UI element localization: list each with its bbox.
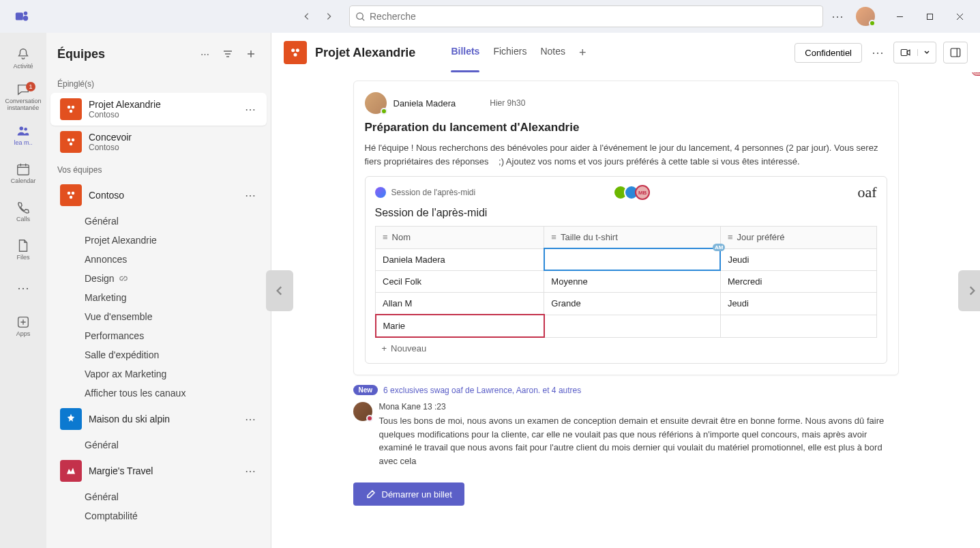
team-ski[interactable]: Maison du ski alpin ⋯: [50, 403, 267, 435]
sidebar-more-button[interactable]: ⋯: [196, 45, 213, 63]
team-name: Projet Alexandrie: [89, 99, 237, 110]
channel-item[interactable]: Général: [46, 435, 271, 455]
channel-item[interactable]: Marketing: [46, 288, 271, 307]
nav-back-button[interactable]: [297, 7, 316, 26]
tab-notes[interactable]: Notes: [540, 33, 565, 72]
add-row-button[interactable]: +Nouveau: [375, 338, 877, 359]
channel-label: Design: [85, 273, 115, 284]
post-author-avatar[interactable]: [365, 92, 387, 114]
rail-calendar[interactable]: Calendar: [3, 156, 44, 191]
col-size[interactable]: ≡Taille du t-shirt: [544, 227, 721, 249]
reply-author-avatar[interactable]: [353, 402, 372, 421]
signup-table: ≡Nom ≡Taille du t-shirt ≡Jour préféré Da…: [375, 226, 877, 338]
rail-label: lea m..: [14, 140, 32, 147]
svg-point-3: [357, 12, 363, 18]
rail-chat[interactable]: 1 Conversation instantanée: [3, 79, 44, 115]
rail-calls[interactable]: Calls: [3, 194, 44, 229]
sidebar-filter-button[interactable]: [219, 45, 237, 63]
team-more-button[interactable]: ⋯: [243, 463, 257, 479]
titlebar-more-button[interactable]: ⋯: [829, 6, 846, 27]
team-name: Contoso: [89, 190, 237, 201]
post-author: Daniela Madera: [394, 98, 456, 109]
rail-label: Files: [16, 255, 29, 261]
cell[interactable]: Cecil Folk: [376, 270, 544, 293]
channel-item[interactable]: Performances: [46, 326, 271, 345]
meet-dropdown[interactable]: [917, 49, 936, 56]
replies-summary[interactable]: New 6 exclusives swag oaf de Lawrence, A…: [353, 385, 899, 395]
channel-item[interactable]: Vapor ax Marketing: [46, 364, 271, 384]
tab-add-button[interactable]: +: [579, 33, 586, 72]
cell-editing[interactable]: Marie: [376, 315, 544, 337]
svg-rect-7: [18, 165, 29, 175]
start-post-button[interactable]: Démarrer un billet: [353, 482, 464, 506]
app-logo-icon: [11, 5, 33, 27]
panel-toggle-button[interactable]: [943, 42, 968, 63]
window-minimize-button[interactable]: [885, 5, 915, 27]
svg-point-10: [72, 106, 75, 109]
meet-button-group: [893, 42, 936, 63]
meet-button[interactable]: [894, 46, 917, 59]
svg-point-19: [296, 48, 299, 52]
sidebar-add-button[interactable]: [242, 45, 260, 63]
window-maximize-button[interactable]: [915, 5, 945, 27]
cell-value: Grande: [551, 298, 580, 308]
window-close-button[interactable]: [945, 5, 975, 27]
svg-point-11: [70, 110, 73, 113]
cell[interactable]: [544, 315, 721, 337]
section-yours-label: Vos équipes: [46, 158, 271, 179]
channel-item[interactable]: Général: [46, 212, 271, 231]
channel-item[interactable]: Salle d'expédition: [46, 345, 271, 364]
reply-text: Tous les bons de moi, nous avons un exam…: [379, 414, 899, 467]
cell[interactable]: [720, 315, 876, 337]
channel-item[interactable]: Design: [46, 269, 271, 288]
collaborator-avatars: MB: [617, 185, 650, 200]
channel-item[interactable]: Annonces: [46, 250, 271, 269]
cell[interactable]: Moyenne: [544, 270, 721, 293]
tab-posts[interactable]: Billets: [451, 33, 479, 72]
cell[interactable]: Mercredi: [720, 270, 876, 293]
cell[interactable]: Allan M: [376, 293, 544, 315]
team-more-button[interactable]: ⋯: [243, 188, 257, 203]
tab-files[interactable]: Fichiers: [493, 33, 526, 72]
cell-selected[interactable]: AM: [544, 248, 721, 270]
team-more-button[interactable]: ⋯: [243, 412, 257, 427]
cell[interactable]: Jeudi: [720, 293, 876, 315]
rail-label: Calendar: [11, 178, 36, 185]
team-name: Concevoir: [89, 132, 257, 143]
channel-item[interactable]: Général: [46, 487, 271, 506]
nav-forward-button[interactable]: [319, 7, 338, 26]
rail-more[interactable]: ⋯: [3, 270, 44, 306]
video-icon: [900, 46, 912, 59]
channel-avatar-icon: [284, 41, 307, 64]
col-day[interactable]: ≡Jour préféré: [720, 227, 876, 249]
user-avatar[interactable]: [856, 7, 875, 26]
cell[interactable]: Daniela Madera: [376, 248, 544, 270]
confidential-button[interactable]: Confidentiel: [795, 43, 862, 63]
cell[interactable]: Jeudi: [720, 248, 876, 270]
channel-item[interactable]: Projet Alexandrie: [46, 231, 271, 250]
rail-chat-badge: 1: [26, 82, 35, 91]
chevron-down-icon: [923, 49, 930, 56]
team-margie[interactable]: Margie's Travel ⋯: [50, 455, 267, 487]
plus-icon: [246, 48, 256, 59]
channel-show-all[interactable]: Afficher tous les canaux: [46, 384, 271, 403]
team-contoso[interactable]: Contoso ⋯: [50, 179, 267, 212]
pinned-team-concevoir[interactable]: ConcevoirContoso: [50, 126, 267, 158]
search-box[interactable]: [349, 5, 823, 27]
search-input[interactable]: [370, 11, 817, 22]
rail-apps[interactable]: Apps: [3, 308, 44, 344]
channel-item[interactable]: Vue d'ensemble: [46, 307, 271, 326]
rail-teams[interactable]: lea m..: [3, 117, 44, 153]
channel-item[interactable]: Comptabilité: [46, 506, 271, 525]
pinned-team-alexandrie[interactable]: Projet AlexandrieContoso ⋯: [50, 93, 267, 126]
rail-files[interactable]: Files: [3, 232, 44, 268]
rail-activity[interactable]: Activité: [3, 41, 44, 76]
calendar-icon: [16, 162, 31, 177]
col-name[interactable]: ≡Nom: [376, 227, 544, 249]
team-more-button[interactable]: ⋯: [243, 102, 257, 117]
people-icon: [16, 124, 31, 139]
cell[interactable]: GrandeMB: [544, 293, 721, 315]
collaborator-avatar[interactable]: MB: [635, 185, 650, 200]
panel-icon: [949, 46, 962, 59]
header-more-button[interactable]: ⋯: [869, 42, 887, 63]
